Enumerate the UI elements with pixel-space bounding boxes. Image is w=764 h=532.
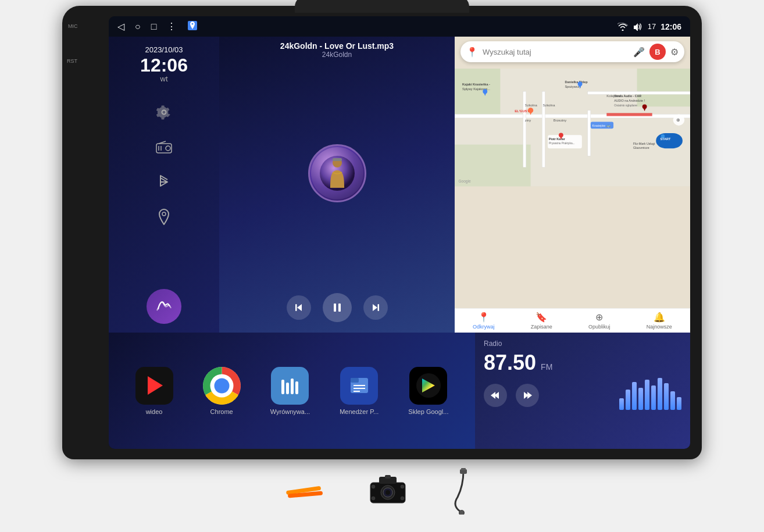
svg-rect-24: [542, 91, 545, 167]
sound-bar-10: [677, 397, 681, 410]
radio-next-button[interactable]: [516, 384, 539, 407]
saved-icon: 🔖: [535, 312, 547, 323]
svg-rect-19: [637, 69, 690, 106]
pry-tool-item: [283, 480, 330, 503]
datetime-panel: 2023/10/03 12:06 wt: [109, 37, 219, 333]
latest-icon: 🔔: [654, 312, 665, 323]
clock: 12:06: [661, 22, 681, 31]
svg-marker-15: [373, 304, 377, 311]
radio-icon[interactable]: [152, 135, 176, 159]
location-icon[interactable]: [152, 205, 176, 228]
publish-icon: ⊕: [595, 312, 603, 323]
svg-rect-26: [606, 113, 652, 116]
cable-item: [446, 468, 481, 515]
recent-button[interactable]: □: [151, 22, 157, 32]
status-bar: ◁ ○ □ ⋮: [109, 16, 690, 37]
music-artist: 24kGoldn: [280, 51, 394, 59]
menu-button[interactable]: ⋮: [167, 21, 176, 32]
sound-bar-6: [651, 385, 656, 410]
apps-panel: wideo: [109, 333, 475, 449]
maps-button[interactable]: [187, 20, 198, 34]
svg-text:Szkolna: Szkolna: [525, 103, 538, 107]
map-settings-icon[interactable]: ⚙: [670, 47, 679, 58]
svg-text:AUDIO na Androidzie !: AUDIO na Androidzie !: [614, 99, 645, 102]
svg-text:Fliz-Mark Usługi: Fliz-Mark Usługi: [633, 142, 655, 145]
app-files[interactable]: Menedżer P...: [340, 367, 379, 415]
publish-label: Opublikuj: [588, 324, 611, 330]
svg-text:Piotr Keller: Piotr Keller: [549, 137, 565, 141]
svg-rect-23: [523, 91, 526, 167]
svg-point-7: [162, 212, 166, 216]
app-video[interactable]: wideo: [135, 367, 173, 415]
app-video-label: wideo: [146, 408, 163, 415]
sound-bar-4: [638, 388, 643, 410]
svg-text:Kajaki Krasieńka -: Kajaki Krasieńka -: [462, 83, 490, 86]
pause-button[interactable]: [323, 293, 352, 322]
accessories-row: [283, 468, 481, 515]
sound-bars: [619, 381, 681, 410]
map-voice-icon[interactable]: 🎤: [633, 47, 645, 58]
app-equalizer[interactable]: Wyrównywa...: [270, 367, 310, 415]
sound-bar-1: [619, 398, 624, 410]
cable-icon: [446, 468, 481, 515]
music-title-area: 24kGoldn - Love Or Lust.mp3 24kGoldn: [280, 41, 394, 59]
svg-marker-79: [527, 392, 532, 399]
play-store-icon: [409, 367, 447, 405]
svg-rect-95: [460, 510, 463, 515]
radio-frequency-number: 87.50: [484, 351, 536, 375]
svg-marker-77: [491, 392, 495, 399]
svg-point-1: [192, 23, 194, 24]
back-button[interactable]: ◁: [117, 21, 124, 32]
map-search-bar[interactable]: 📍 Wyszukaj tutaj 🎤 B ⚙: [460, 41, 684, 62]
svg-text:Krasiejów 🚌: Krasiejów 🚌: [592, 124, 610, 128]
files-icon: [340, 367, 378, 405]
svg-rect-12: [295, 304, 297, 311]
svg-rect-18: [455, 69, 500, 114]
nav-buttons: ◁ ○ □ ⋮: [117, 20, 198, 34]
svg-text:ziny: ziny: [525, 119, 531, 122]
sound-bar-3: [632, 382, 637, 410]
svg-point-65: [214, 378, 229, 393]
sidebar-icons: [152, 101, 176, 228]
home-button[interactable]: ○: [135, 22, 141, 32]
camera-item: [365, 474, 411, 509]
car-unit: ◁ ○ □ ⋮: [62, 6, 702, 459]
map-user-button[interactable]: B: [649, 44, 666, 60]
pry-tool-icon: [283, 480, 330, 503]
svg-rect-69: [295, 381, 298, 394]
map-tab-saved[interactable]: 🔖 Zapisane: [531, 312, 552, 330]
screen: ◁ ○ □ ⋮: [109, 16, 690, 449]
camera-icon: [365, 474, 411, 509]
app-chrome-label: Chrome: [210, 408, 233, 415]
map-tab-latest[interactable]: 🔔 Najnowsze: [647, 312, 672, 330]
map-panel: 📍 Wyszukaj tutaj 🎤 B ⚙: [455, 37, 690, 333]
audio-button[interactable]: [147, 289, 181, 324]
sound-bar-7: [658, 378, 662, 410]
map-pin-icon: 📍: [466, 47, 478, 58]
music-title: 24kGoldn - Love Or Lust.mp3: [280, 41, 394, 51]
svg-rect-14: [338, 304, 341, 312]
radio-prev-button[interactable]: [484, 384, 507, 407]
next-button[interactable]: [363, 295, 388, 320]
prev-button[interactable]: [287, 295, 311, 320]
app-play-store-label: Sklep Googl...: [408, 408, 448, 415]
app-chrome[interactable]: Chrome: [203, 367, 241, 415]
settings-icon[interactable]: [152, 101, 176, 124]
map-tab-publish[interactable]: ⊕ Opublikuj: [588, 312, 611, 330]
day-display: wt: [140, 74, 188, 83]
album-art-inner: [311, 147, 363, 199]
svg-point-59: [661, 134, 665, 138]
latest-label: Najnowsze: [647, 324, 672, 330]
bluetooth-icon[interactable]: [152, 170, 176, 194]
radio-frequency: 87.50 FM: [484, 351, 681, 375]
map-tab-explore[interactable]: 📍 Odkrywaj: [473, 312, 495, 330]
app-play-store[interactable]: Sklep Googl...: [408, 367, 448, 415]
volume-icon: [633, 23, 643, 31]
svg-rect-25: [588, 110, 591, 156]
svg-point-86: [372, 485, 375, 488]
svg-text:Danielka Sklep: Danielka Sklep: [565, 80, 588, 84]
sound-bar-5: [645, 380, 649, 410]
svg-text:Strefa Audio - CAR: Strefa Audio - CAR: [614, 94, 641, 98]
svg-text:Ostatnio oglądane: Ostatnio oglądane: [614, 104, 637, 107]
svg-rect-93: [461, 468, 466, 470]
